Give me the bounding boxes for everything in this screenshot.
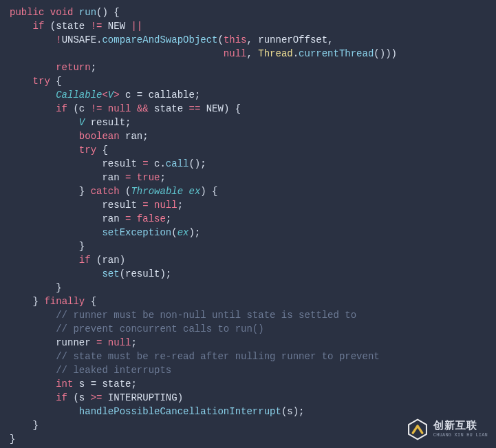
expr: state xyxy=(149,103,189,114)
kw-if: if xyxy=(33,21,45,32)
paren: ( xyxy=(217,34,223,45)
sp xyxy=(131,172,136,183)
args: (s); xyxy=(281,406,305,417)
semi: ; xyxy=(160,172,165,183)
kw-boolean: boolean xyxy=(79,131,120,142)
fn-run: run xyxy=(79,7,96,18)
kw-catch: catch xyxy=(91,186,120,197)
lhs: ran xyxy=(102,172,125,183)
comment: // runner must be non-null until state i… xyxy=(56,310,356,321)
semi: ; xyxy=(131,337,136,348)
brace: } xyxy=(79,186,91,197)
decl: s = state; xyxy=(73,378,136,390)
id-unsafe: UNSAFE xyxy=(62,34,96,45)
kw-this: this xyxy=(224,34,247,45)
comment: // state must be re-read after nulling r… xyxy=(56,351,379,362)
logo-icon xyxy=(406,418,429,441)
expr: INTERRUPTING) xyxy=(102,392,183,403)
kw-null: null xyxy=(154,200,177,211)
type-v: V xyxy=(108,89,114,100)
type-throwable: Throwable xyxy=(131,186,183,197)
punct: () { xyxy=(96,7,120,18)
tail: (); xyxy=(188,158,206,169)
kw-return: return xyxy=(56,62,90,73)
fn-call: call xyxy=(166,158,189,169)
comma: , xyxy=(246,48,258,59)
brace: { xyxy=(85,296,96,307)
kw-finally: finally xyxy=(44,296,85,307)
code-block: public void run() { if (state != NEW || … xyxy=(0,0,496,448)
kw-if: if xyxy=(56,392,67,403)
fn-cas: compareAndSwapObject xyxy=(102,34,217,45)
semi: ; xyxy=(177,200,183,211)
expr: NEW) { xyxy=(200,103,241,114)
type-thread: Thread xyxy=(258,48,292,59)
paren: ( xyxy=(120,186,131,197)
expr: (ran) xyxy=(91,255,125,266)
kw-if: if xyxy=(79,255,91,266)
fn-currentthread: currentThread xyxy=(299,48,374,59)
lhs: runner xyxy=(56,337,96,348)
expr: (s xyxy=(67,392,91,403)
var-ex: ex xyxy=(177,227,189,238)
kw-try: try xyxy=(33,76,50,87)
semi: ; xyxy=(166,213,171,224)
comment: // leaked interrupts xyxy=(56,365,171,376)
fn-setexception: setException xyxy=(102,227,171,238)
kw-null: null xyxy=(224,48,247,59)
kw-if: if xyxy=(56,103,67,114)
kw-false: false xyxy=(137,213,166,224)
fn-set: set xyxy=(102,268,119,279)
kw-try: try xyxy=(79,145,96,156)
logo-cn: 创新互联 xyxy=(433,421,488,431)
op-ne: != xyxy=(91,21,103,32)
brace: { xyxy=(96,145,108,156)
brace: } xyxy=(10,434,15,445)
close: ())) xyxy=(374,48,397,59)
lhs: result xyxy=(102,200,142,211)
brace: } xyxy=(33,420,39,431)
kw-true: true xyxy=(137,172,160,183)
decl: ran; xyxy=(120,131,149,142)
brace: } xyxy=(56,282,61,293)
logo-en: CHUANG XIN HU LIAN xyxy=(433,433,488,438)
kw-public: public xyxy=(10,7,44,18)
mid: c. xyxy=(149,158,166,169)
sp xyxy=(131,103,136,114)
lhs: ran xyxy=(102,213,125,224)
expr: NEW xyxy=(102,21,131,32)
kw-void: void xyxy=(50,7,74,18)
brace: } xyxy=(33,296,45,307)
args: (result); xyxy=(120,268,172,279)
op-ne: != xyxy=(91,103,103,114)
paren: ( xyxy=(171,227,177,238)
decl: c = callable; xyxy=(120,89,201,100)
type-v: V xyxy=(79,117,85,128)
close: ) { xyxy=(200,186,217,197)
sp xyxy=(131,213,136,224)
args: , runnerOffset, xyxy=(247,34,334,45)
var-ex: ex xyxy=(183,186,200,197)
sp xyxy=(102,337,107,348)
sp xyxy=(149,200,154,211)
dot: . xyxy=(293,48,299,59)
gt: > xyxy=(114,89,119,100)
expr: (state xyxy=(50,21,91,32)
logo-text: 创新互联 CHUANG XIN HU LIAN xyxy=(433,421,488,438)
op-eq: == xyxy=(189,103,201,114)
expr: (c xyxy=(67,103,91,114)
op-not: ! xyxy=(56,34,61,45)
comment: // prevent concurrent calls to run() xyxy=(56,323,263,334)
op-assign: = xyxy=(142,158,148,169)
kw-null: null xyxy=(108,337,131,348)
lhs: result xyxy=(102,158,142,169)
brace: } xyxy=(79,241,85,252)
sp xyxy=(102,103,107,114)
decl: result; xyxy=(85,117,131,128)
fn-hpci: handlePossibleCancellationInterrupt xyxy=(79,406,281,417)
lt: < xyxy=(102,89,107,100)
semi: ; xyxy=(91,62,96,73)
close: ); xyxy=(188,227,200,238)
brace: { xyxy=(50,76,62,87)
op-assign: = xyxy=(142,200,148,211)
